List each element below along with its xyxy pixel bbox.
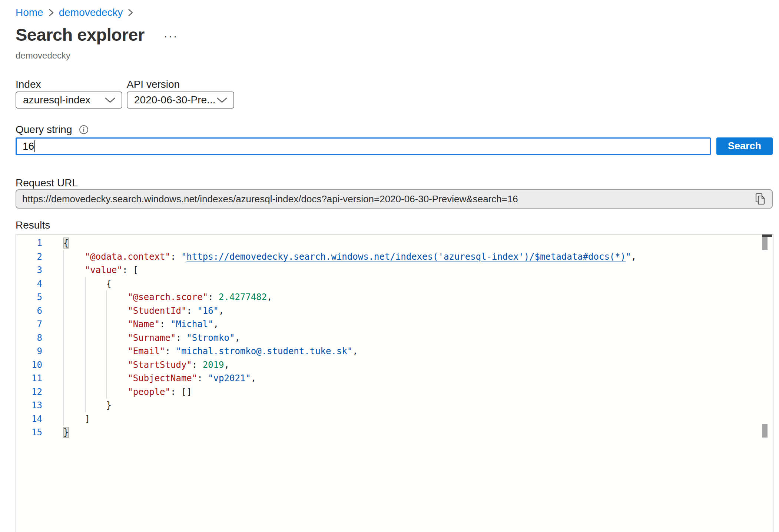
results-json-editor[interactable]: 1{2 "@odata.context": "https://demovedec… <box>16 234 773 532</box>
chevron-right-icon <box>128 8 133 17</box>
api-version-dropdown[interactable]: 2020-06-30-Pre... <box>127 92 234 109</box>
line-number: 4 <box>16 277 42 291</box>
query-string-label: Query string <box>16 124 72 136</box>
code-line-text: "Name": "Michal", <box>42 317 219 331</box>
api-version-label: API version <box>127 79 180 90</box>
line-number: 9 <box>16 345 42 358</box>
index-label: Index <box>16 79 41 90</box>
code-line-text: } <box>42 399 112 412</box>
code-line-text: "@search.score": 2.4277482, <box>42 290 272 304</box>
code-line: 1{ <box>16 236 773 250</box>
query-input[interactable]: 16 <box>16 137 711 155</box>
overview-ruler-bracket-mark-top <box>762 237 768 250</box>
code-line: 9 "Email": "michal.stromko@.student.tuke… <box>16 345 773 358</box>
code-line-text: { <box>42 236 69 250</box>
search-explorer-page: Home demovedecky Search explorer ··· dem… <box>0 0 779 532</box>
text-cursor <box>34 140 35 152</box>
code-line: 10 "StartStudy": 2019, <box>16 358 773 372</box>
code-line: 5 "@search.score": 2.4277482, <box>16 290 773 304</box>
code-line-text: "StudentId": "16", <box>42 304 224 318</box>
chevron-right-icon <box>49 8 54 17</box>
line-number: 13 <box>16 399 42 412</box>
code-line-text: } <box>42 426 69 439</box>
request-url-value: https://demovedecky.search.windows.net/i… <box>22 193 752 205</box>
line-number: 11 <box>16 372 42 385</box>
query-input-value: 16 <box>23 140 34 152</box>
line-number: 10 <box>16 358 42 372</box>
code-line: 4 { <box>16 277 773 291</box>
breadcrumb: Home demovedecky <box>16 7 133 19</box>
request-url-label: Request URL <box>16 177 78 189</box>
code-line: 7 "Name": "Michal", <box>16 317 773 331</box>
api-version-dropdown-value: 2020-06-30-Pre... <box>134 94 215 106</box>
code-line: 2 "@odata.context": "https://demovedecky… <box>16 250 773 264</box>
code-line-text: { <box>42 277 112 291</box>
code-line-text: ] <box>42 412 90 426</box>
page-subtitle: demovedecky <box>16 50 70 61</box>
code-line-text: "StartStudy": 2019, <box>42 358 229 372</box>
code-line-text: "value": [ <box>42 263 138 277</box>
overview-ruler-bracket-mark-bottom <box>762 424 768 438</box>
code-line: 3 "value": [ <box>16 263 773 277</box>
line-number: 6 <box>16 304 42 318</box>
code-line: 11 "SubjectName": "vp2021", <box>16 372 773 385</box>
line-number: 5 <box>16 290 42 304</box>
line-number: 3 <box>16 263 42 277</box>
code-line-text: "Surname": "Stromko", <box>42 331 240 345</box>
line-number: 15 <box>16 426 42 439</box>
code-line: 13 } <box>16 399 773 412</box>
line-number: 14 <box>16 412 42 426</box>
chevron-down-icon <box>216 97 228 103</box>
breadcrumb-home-link[interactable]: Home <box>16 7 43 19</box>
code-line: 12 "people": [] <box>16 385 773 399</box>
copy-icon[interactable] <box>752 191 768 207</box>
chevron-down-icon <box>105 97 116 103</box>
info-icon[interactable] <box>79 125 89 134</box>
code-line-text: "@odata.context": "https://demovedecky.s… <box>42 250 636 264</box>
search-button[interactable]: Search <box>716 137 773 155</box>
index-dropdown-value: azuresql-index <box>23 94 90 106</box>
line-number: 7 <box>16 317 42 331</box>
request-url-box: https://demovedecky.search.windows.net/i… <box>16 189 773 209</box>
code-area: 1{2 "@odata.context": "https://demovedec… <box>16 235 773 439</box>
more-options-icon[interactable]: ··· <box>164 28 178 41</box>
line-number: 1 <box>16 236 42 250</box>
breadcrumb-demovedecky-link[interactable]: demovedecky <box>59 7 123 19</box>
line-number: 12 <box>16 385 42 399</box>
line-number: 2 <box>16 250 42 264</box>
code-line-text: "people": [] <box>42 385 192 399</box>
code-line: 14 ] <box>16 412 773 426</box>
code-line: 8 "Surname": "Stromko", <box>16 331 773 345</box>
page-title: Search explorer <box>16 24 145 45</box>
code-line: 15} <box>16 426 773 439</box>
index-dropdown[interactable]: azuresql-index <box>16 92 122 109</box>
overview-ruler-cursor-mark <box>762 235 772 237</box>
code-line-text: "Email": "michal.stromko@.student.tuke.s… <box>42 345 358 358</box>
line-number: 8 <box>16 331 42 345</box>
results-label: Results <box>16 219 50 231</box>
code-line-text: "SubjectName": "vp2021", <box>42 372 256 385</box>
code-line: 6 "StudentId": "16", <box>16 304 773 318</box>
